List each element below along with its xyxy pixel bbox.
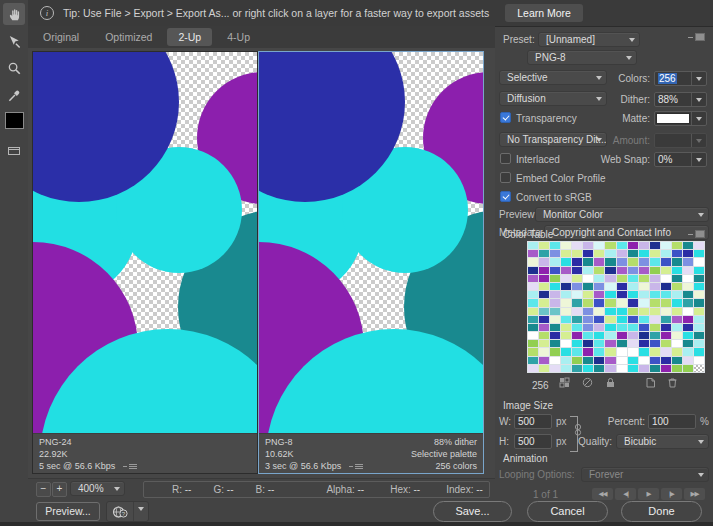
color-swatch[interactable] [583, 308, 593, 315]
tab-4up[interactable]: 4-Up [216, 28, 261, 46]
color-swatch[interactable] [650, 316, 660, 323]
color-swatch[interactable] [672, 250, 682, 257]
color-swatch[interactable] [605, 316, 615, 323]
optimized-preview-pane[interactable]: PNG-8 10.62K 3 sec @ 56.6 Kbps 88% dithe… [258, 51, 484, 474]
color-swatch[interactable] [605, 267, 615, 274]
color-swatch[interactable] [528, 250, 538, 257]
web-snap-stepper[interactable]: 0% [654, 152, 707, 167]
first-frame-button[interactable]: ◀◀ [592, 488, 613, 500]
color-swatch[interactable] [539, 291, 549, 298]
color-swatch[interactable] [528, 308, 538, 315]
color-swatch[interactable] [572, 242, 582, 249]
dither-stepper[interactable]: 88% [654, 92, 707, 107]
color-swatch[interactable] [605, 242, 615, 249]
color-swatch[interactable] [572, 275, 582, 282]
color-swatch[interactable] [683, 258, 693, 265]
color-swatch[interactable] [672, 365, 682, 372]
color-swatch[interactable] [683, 332, 693, 339]
color-swatch[interactable] [528, 324, 538, 331]
color-swatch[interactable] [572, 324, 582, 331]
color-swatch[interactable] [639, 340, 649, 347]
color-swatch[interactable] [550, 258, 560, 265]
color-swatch[interactable] [583, 267, 593, 274]
color-swatch[interactable] [550, 316, 560, 323]
color-swatch[interactable] [672, 324, 682, 331]
color-swatch[interactable] [539, 299, 549, 306]
color-swatch[interactable] [639, 267, 649, 274]
color-swatch[interactable] [683, 324, 693, 331]
color-swatch[interactable] [594, 348, 604, 355]
color-swatch[interactable] [650, 283, 660, 290]
color-swatch[interactable] [628, 267, 638, 274]
color-swatch[interactable] [683, 365, 693, 372]
slice-select-tool-button[interactable] [3, 30, 25, 52]
color-swatch[interactable] [661, 340, 671, 347]
preview-mode-select[interactable]: Monitor Color [535, 207, 709, 222]
color-swatch[interactable] [617, 365, 627, 372]
color-swatch[interactable] [628, 308, 638, 315]
color-swatch[interactable] [605, 324, 615, 331]
colors-stepper[interactable]: 256 [654, 71, 707, 86]
browser-select-chevron[interactable] [133, 502, 148, 521]
color-swatch[interactable] [594, 308, 604, 315]
color-swatch[interactable] [572, 316, 582, 323]
color-swatch[interactable] [694, 316, 704, 323]
color-swatch[interactable] [683, 316, 693, 323]
color-swatch[interactable] [594, 283, 604, 290]
color-swatch[interactable] [605, 365, 615, 372]
color-swatch[interactable] [650, 348, 660, 355]
color-swatch[interactable] [594, 316, 604, 323]
format-select[interactable]: PNG-8 [527, 50, 637, 65]
color-swatch[interactable] [694, 267, 704, 274]
color-swatch[interactable] [583, 357, 593, 364]
pane-menu-icon[interactable] [349, 463, 364, 469]
color-swatch[interactable] [561, 291, 571, 298]
color-swatch[interactable] [617, 348, 627, 355]
next-frame-button[interactable]: |▶ [661, 488, 682, 500]
color-swatch[interactable] [617, 324, 627, 331]
color-swatch[interactable] [617, 299, 627, 306]
browser-select-control[interactable]: ? [106, 501, 149, 522]
color-swatch[interactable] [639, 291, 649, 298]
color-swatch[interactable] [561, 242, 571, 249]
color-swatch[interactable] [572, 357, 582, 364]
color-swatch[interactable] [683, 283, 693, 290]
color-swatch[interactable] [672, 291, 682, 298]
color-swatch[interactable] [594, 291, 604, 298]
color-swatch[interactable] [528, 258, 538, 265]
color-swatch[interactable] [583, 332, 593, 339]
color-swatch[interactable] [650, 242, 660, 249]
stepper-chevron-icon[interactable] [691, 112, 706, 125]
color-swatch[interactable] [672, 357, 682, 364]
color-swatch[interactable] [617, 316, 627, 323]
color-swatch[interactable] [550, 267, 560, 274]
color-swatch[interactable] [628, 283, 638, 290]
color-swatch[interactable] [550, 242, 560, 249]
color-swatch[interactable] [694, 250, 704, 257]
color-swatch[interactable] [672, 316, 682, 323]
color-swatch[interactable] [561, 332, 571, 339]
color-swatch[interactable] [594, 357, 604, 364]
color-swatch[interactable] [550, 291, 560, 298]
color-swatch[interactable] [650, 340, 660, 347]
color-swatch[interactable] [528, 291, 538, 298]
color-swatch[interactable] [617, 258, 627, 265]
color-swatch[interactable] [650, 267, 660, 274]
color-swatch[interactable] [561, 267, 571, 274]
color-swatch[interactable] [550, 340, 560, 347]
color-swatch[interactable] [594, 332, 604, 339]
color-swatch[interactable] [628, 340, 638, 347]
color-swatch[interactable] [550, 275, 560, 282]
zoom-in-button[interactable]: + [52, 482, 67, 497]
color-swatch[interactable] [694, 348, 704, 355]
color-swatch[interactable] [605, 283, 615, 290]
color-swatch[interactable] [605, 299, 615, 306]
color-swatch[interactable] [617, 332, 627, 339]
color-swatch[interactable] [661, 267, 671, 274]
color-swatch[interactable] [628, 250, 638, 257]
color-swatch[interactable] [550, 324, 560, 331]
color-swatch[interactable] [694, 332, 704, 339]
color-swatch[interactable] [528, 299, 538, 306]
color-swatch[interactable] [583, 365, 593, 372]
color-swatch[interactable] [605, 275, 615, 282]
